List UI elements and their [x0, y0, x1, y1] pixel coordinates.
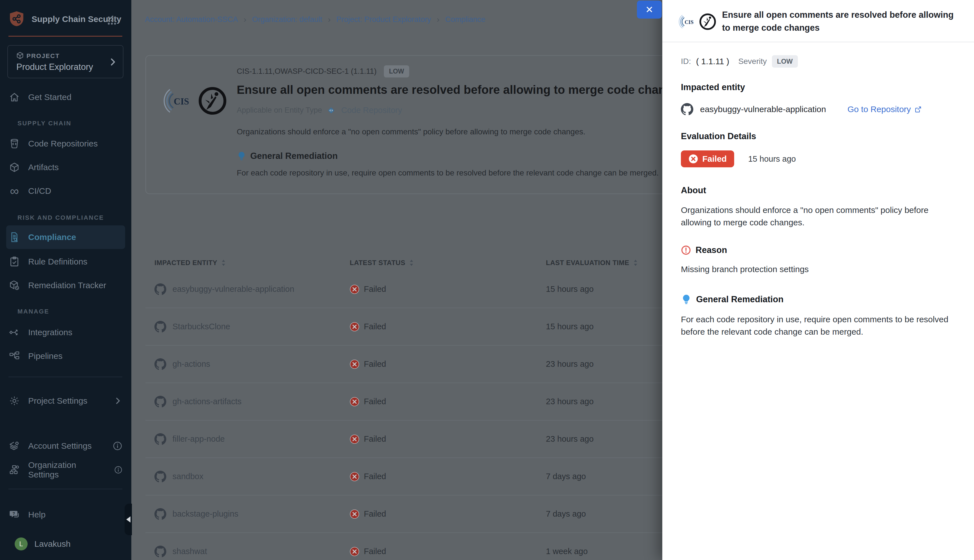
evaluation-time: 23 hours ago: [546, 397, 594, 406]
sort-icon[interactable]: [221, 259, 226, 267]
table-row[interactable]: filler-app-node Failed 23 hours ago: [145, 420, 662, 458]
table-row[interactable]: shashwat Failed 1 week ago: [145, 533, 662, 560]
github-icon: [154, 283, 166, 295]
severity-badge: LOW: [772, 55, 798, 68]
sidebar-item-rule-definitions[interactable]: Rule Definitions: [8, 253, 122, 270]
github-icon: [154, 358, 166, 370]
table-row[interactable]: StarbucksClone Failed 15 hours ago: [145, 308, 662, 346]
supply-chain-shield-icon: [8, 10, 25, 28]
sidebar-item-code-repositories[interactable]: Code Repositories: [8, 135, 122, 152]
sidebar-item-artifacts[interactable]: Artifacts: [8, 158, 122, 176]
go-to-repository-link[interactable]: Go to Repository: [847, 105, 922, 114]
close-drawer-button[interactable]: ✕: [637, 0, 662, 18]
sidebar-item-account-settings[interactable]: Account Settings: [8, 437, 122, 455]
section-label-manage: MANAGE: [17, 308, 49, 315]
breadcrumb-account[interactable]: Account: Automation-SSCA: [145, 15, 238, 24]
app-switcher-grid-icon[interactable]: [107, 15, 117, 26]
table-row[interactable]: sandbox Failed 7 days ago: [145, 458, 662, 495]
table-row[interactable]: gh-actions Failed 23 hours ago: [145, 346, 662, 383]
general-remediation-text: For each code repository in use, require…: [681, 313, 957, 338]
project-selector[interactable]: PROJECT Product Exploratory: [7, 45, 123, 78]
entity-table: IMPACTED ENTITY LATEST STATUS LAST EVALU…: [145, 255, 662, 560]
breadcrumb: Account: Automation-SSCA › Organization:…: [145, 15, 485, 24]
breadcrumb-organization[interactable]: Organization: default: [252, 15, 322, 24]
breadcrumb-separator: ›: [328, 15, 330, 24]
sidebar-item-remediation-tracker[interactable]: Remediation Tracker: [8, 277, 122, 294]
sidebar-item-label: Rule Definitions: [28, 257, 87, 267]
breadcrumb-project[interactable]: Project: Product Exploratory: [336, 15, 431, 24]
entity-name: backstage-plugins: [172, 509, 238, 518]
remediation-heading: General Remediation: [250, 151, 338, 161]
evaluation-time: 23 hours ago: [546, 434, 594, 443]
section-label-risk-compliance: RISK AND COMPLIANCE: [17, 214, 104, 222]
rule-detail-drawer: ✕ Ensure all open comments are resolved …: [662, 0, 974, 560]
owasp-logo: [699, 13, 716, 30]
external-link-icon: [914, 105, 922, 113]
sidebar: Supply Chain Security PROJECT Product Ex…: [0, 0, 131, 560]
evaluation-time: 23 hours ago: [546, 360, 594, 368]
sidebar-item-project-settings[interactable]: Project Settings: [8, 392, 122, 410]
entity-name: easybuggy-vulnerable-application: [172, 285, 294, 294]
sort-icon[interactable]: [633, 259, 638, 267]
table-row[interactable]: backstage-plugins Failed 7 days ago: [145, 495, 662, 533]
entity-name: filler-app-node: [172, 434, 225, 444]
status-label: Failed: [364, 397, 386, 406]
evaluated-time: 15 hours ago: [748, 154, 796, 164]
lightbulb-icon: [237, 151, 246, 161]
main-content: Account: Automation-SSCA › Organization:…: [131, 0, 662, 560]
status-label: Failed: [364, 322, 386, 331]
about-heading: About: [681, 185, 957, 195]
lightbulb-icon: [681, 294, 692, 305]
evaluation-time: 15 hours ago: [546, 322, 594, 331]
sidebar-item-label: Organization Settings: [28, 460, 98, 480]
drawer-title: Ensure all open comments are resolved be…: [722, 8, 961, 34]
cis-logo: [679, 13, 695, 30]
sort-icon[interactable]: [409, 259, 414, 267]
col-latest-status: LATEST STATUS: [350, 259, 405, 267]
sidebar-item-pipelines[interactable]: Pipelines: [8, 347, 122, 365]
table-row[interactable]: gh-actions-artifacts Failed 23 hours ago: [145, 383, 662, 420]
sidebar-item-help[interactable]: ? Help: [8, 506, 122, 523]
collapse-arrow-icon: [126, 516, 130, 523]
table-row[interactable]: easybuggy-vulnerable-application Failed …: [145, 271, 662, 308]
evaluation-time: 1 week ago: [546, 547, 588, 556]
sidebar-item-cicd[interactable]: ∞ CI/CD: [8, 182, 122, 200]
cis-logo: [163, 87, 192, 115]
id-value: ( 1.1.11 ): [696, 57, 729, 66]
severity-badge: LOW: [384, 65, 409, 77]
failed-status-badge: Failed: [681, 150, 734, 167]
sidebar-item-compliance[interactable]: Compliance: [6, 225, 125, 249]
organization-icon: [8, 464, 20, 476]
sidebar-item-label: Code Repositories: [28, 139, 98, 148]
github-icon: [154, 471, 166, 483]
evaluation-time: 15 hours ago: [546, 285, 594, 293]
breadcrumb-compliance[interactable]: Compliance: [445, 15, 485, 24]
sidebar-collapse-toggle[interactable]: [125, 504, 132, 535]
pipelines-icon: [8, 350, 20, 362]
info-icon[interactable]: [114, 465, 122, 475]
code-repo-icon: [8, 138, 20, 150]
col-impacted-entity: IMPACTED ENTITY: [154, 259, 217, 267]
project-name: Product Exploratory: [16, 62, 93, 72]
artifacts-box-icon: [8, 162, 20, 173]
user-menu[interactable]: L Lavakush: [15, 537, 70, 550]
info-icon[interactable]: [113, 441, 122, 451]
avatar: L: [15, 537, 28, 550]
github-icon: [154, 546, 166, 557]
sidebar-item-organization-settings[interactable]: Organization Settings: [8, 461, 122, 478]
sidebar-item-integrations[interactable]: Integrations: [8, 324, 122, 341]
chevron-right-icon: [108, 57, 118, 67]
section-label-supply-chain: SUPPLY CHAIN: [17, 120, 71, 127]
sidebar-item-label: Remediation Tracker: [28, 280, 106, 290]
sidebar-item-get-started[interactable]: Get Started: [8, 88, 122, 106]
failed-status-icon: [350, 509, 359, 519]
entity-name: sandbox: [172, 472, 203, 481]
sidebar-item-label: Compliance: [28, 232, 76, 242]
reason-heading: Reason: [695, 245, 727, 255]
reason-text: Missing branch protection settings: [681, 263, 957, 275]
help-chat-icon: ?: [8, 509, 20, 520]
brand-divider: [8, 36, 122, 37]
rule-title: Ensure all open comments are resolved be…: [237, 83, 662, 97]
go-to-repository-label: Go to Repository: [847, 105, 911, 114]
sidebar-item-label: Project Settings: [28, 396, 87, 406]
